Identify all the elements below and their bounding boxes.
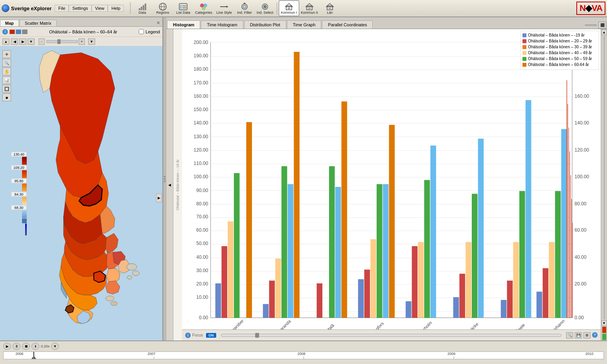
expand-map-arrow[interactable]: ▶: [156, 194, 162, 202]
toolbar-indselect-btn[interactable]: Ind. Select: [255, 0, 275, 16]
nav-down-btn[interactable]: ▼: [28, 38, 35, 45]
scroll-down[interactable]: ▼: [601, 320, 607, 326]
chart-info-icon[interactable]: i: [185, 333, 191, 338]
svg-point-37: [106, 296, 114, 301]
color-btn-gray[interactable]: [22, 29, 28, 34]
focus-slider[interactable]: [221, 334, 561, 337]
kommuni-btn-label: Kommun I: [281, 11, 297, 15]
map-tab-scatter[interactable]: Scatter Matrix: [20, 20, 57, 26]
svg-text:40.00: 40.00: [196, 254, 208, 260]
svg-rect-144: [543, 268, 548, 318]
svg-rect-137: [507, 281, 513, 318]
info-icon[interactable]: i: [2, 29, 8, 35]
tl-speed: 0.20x: [41, 344, 50, 348]
svg-rect-0: [139, 8, 140, 10]
graph-maximize-btn[interactable]: ⬛: [598, 22, 606, 29]
svg-rect-117: [370, 239, 376, 318]
svg-text:70.00: 70.00: [196, 214, 208, 219]
focus-slider-handle[interactable]: [255, 333, 259, 338]
tab-parallel[interactable]: Parallel Coordinates: [322, 20, 373, 29]
svg-rect-146: [555, 191, 561, 318]
toolbar-kommuni-btn[interactable]: Kommun I: [279, 0, 299, 16]
indselect-icon: [260, 2, 270, 11]
svg-rect-126: [430, 146, 436, 318]
panel-resize-handle[interactable]: [163, 17, 166, 340]
toolbar-listdata-btn[interactable]: List Data: [173, 0, 193, 16]
tab-histogram[interactable]: Histogram: [167, 20, 200, 29]
color-indicator-green: [602, 334, 606, 340]
nav-left-btn[interactable]: ◀: [11, 38, 18, 45]
menu-file[interactable]: File: [55, 5, 69, 12]
svg-rect-1: [141, 7, 142, 10]
menu-settings[interactable]: Settings: [69, 5, 92, 12]
svg-text:60.00: 60.00: [574, 227, 587, 233]
chart-save-btn[interactable]: 💾: [575, 332, 582, 338]
map-tab-close[interactable]: ✕: [154, 20, 162, 26]
svg-text:180.00: 180.00: [194, 66, 208, 72]
svg-text:150.00: 150.00: [194, 107, 208, 112]
svg-rect-2: [143, 5, 144, 10]
graph-expand-left[interactable]: ◀: [166, 29, 173, 340]
scroll-track[interactable]: [604, 36, 605, 319]
toolbar-kommunii-btn[interactable]: Kommun II: [299, 0, 320, 16]
svg-rect-95: [221, 246, 227, 318]
toolbar-categories-btn[interactable]: Categories: [193, 0, 214, 16]
graph-panel: Histogram Time Histogram Distribution Pl…: [166, 17, 607, 340]
nav-right-btn[interactable]: ▶: [19, 38, 26, 45]
nav-down2-btn[interactable]: ▼: [88, 38, 95, 45]
pause-btn[interactable]: ⏸: [13, 343, 20, 350]
svg-text:0.00: 0.00: [199, 315, 208, 320]
zoom-in-btn[interactable]: +: [79, 38, 85, 45]
svg-rect-7: [179, 4, 187, 10]
legend-checkbox[interactable]: [139, 29, 144, 34]
svg-rect-33: [329, 7, 331, 10]
kommunii-icon: [305, 2, 314, 11]
svg-point-36: [127, 276, 132, 279]
toolbar-lan-btn[interactable]: Län: [320, 0, 340, 16]
chart-help-icon[interactable]: ?: [592, 332, 598, 338]
stop-btn[interactable]: ⏹: [22, 343, 30, 350]
svg-text:20.00: 20.00: [196, 281, 208, 287]
tab-distribution[interactable]: Distribution Plot: [244, 20, 286, 29]
menu-help[interactable]: Help: [108, 5, 124, 12]
chart-zoom-btn[interactable]: 🔍: [566, 332, 573, 338]
focus-toggle[interactable]: ON: [206, 333, 216, 338]
tl-expand-btn[interactable]: ⬇: [31, 343, 39, 350]
svg-point-10: [180, 7, 182, 9]
tl-down-btn[interactable]: ▼: [51, 343, 59, 350]
chart-settings-btn[interactable]: ⚙: [583, 332, 590, 338]
bar-group-soderhamn: Söderhamn: [537, 129, 567, 338]
svg-rect-150: [567, 80, 567, 318]
zoom-out-btn[interactable]: -: [39, 38, 45, 45]
resize-dots: [164, 176, 166, 182]
legend-label-5: Ohälsotal – Båda könen – 60-64 år: [528, 62, 589, 67]
svg-rect-111: [329, 166, 335, 318]
toolbar-regions-btn[interactable]: Regions: [153, 0, 173, 16]
toolbar-indfilter-btn[interactable]: Ind. Filter: [234, 0, 255, 16]
svg-rect-143: [537, 292, 543, 318]
svg-text:120.00: 120.00: [574, 147, 589, 153]
scroll-up[interactable]: ▲: [601, 29, 607, 35]
svg-text:120.00: 120.00: [194, 147, 208, 153]
tab-time-graph[interactable]: Time Graph: [287, 20, 322, 29]
toolbar-data-btn[interactable]: Data: [132, 0, 153, 16]
svg-point-8: [180, 5, 182, 7]
tab-time-histogram[interactable]: Time Histogram: [201, 20, 243, 29]
chart-tool-btns: 🔍 💾 ⚙ ?: [566, 332, 598, 338]
color-btn-blue[interactable]: [16, 29, 21, 34]
nav-up-btn[interactable]: ▲: [2, 38, 9, 45]
zoom-slider[interactable]: [57, 39, 61, 44]
app-logo: Sverige eXplorer: [2, 4, 52, 12]
play-btn[interactable]: ▶: [3, 343, 11, 350]
legend-label-2: Ohälsotal – Båda könen – 30 – 39 år: [528, 44, 592, 49]
color-btn-red[interactable]: [9, 29, 15, 34]
svg-rect-101: [263, 304, 269, 318]
timeline-bar[interactable]: 2006 2007 2008 2009 2010: [3, 351, 604, 359]
map-tab-map[interactable]: Map: [0, 20, 19, 26]
svg-rect-112: [335, 187, 341, 318]
toolbar-linestyle-btn[interactable]: Line Style: [214, 0, 234, 16]
bar-group-asele: Åsele: [501, 100, 531, 333]
svg-rect-102: [269, 281, 275, 318]
menu-view[interactable]: View: [92, 5, 108, 12]
svg-rect-140: [526, 100, 532, 318]
